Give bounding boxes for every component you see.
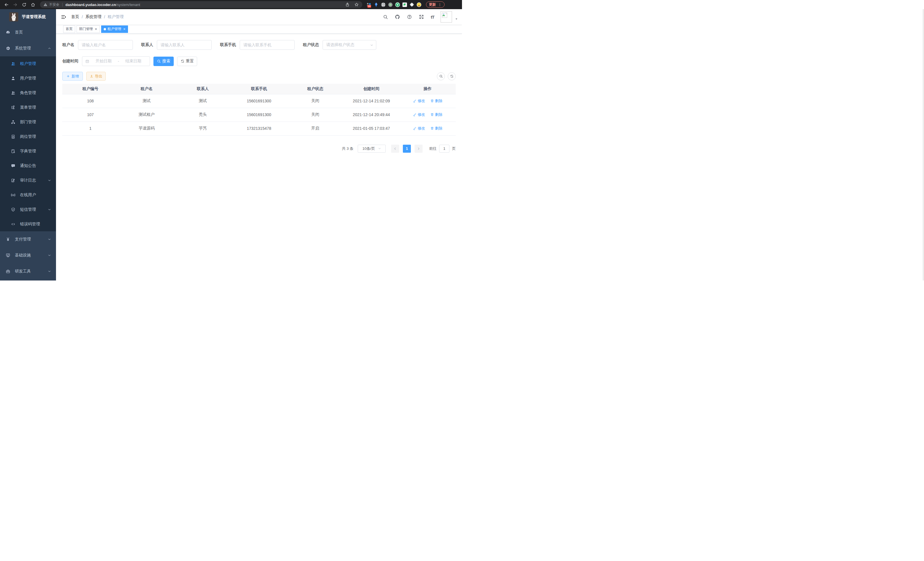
- contact-input[interactable]: [157, 40, 212, 50]
- sidebar-item-audit-log[interactable]: 审计日志: [0, 173, 56, 188]
- tab-home[interactable]: 首页: [63, 26, 75, 33]
- cell-status: 关闭: [287, 108, 344, 122]
- sidebar-item-tenant-management[interactable]: 租户管理: [0, 56, 56, 71]
- sidebar-item-dept-management[interactable]: 部门管理: [0, 115, 56, 129]
- page-size-select[interactable]: 10条/页: [358, 145, 386, 153]
- tab-dept-management[interactable]: 部门管理×: [76, 26, 100, 33]
- tab-tenant-management[interactable]: 租户管理×: [101, 26, 128, 33]
- start-date-placeholder: 开始日期: [90, 59, 117, 64]
- chrome-update-label: 更新: [429, 2, 436, 7]
- url-text[interactable]: dashboard.yudao.iocoder.cn/system/tenant: [65, 3, 140, 7]
- phone-input[interactable]: [240, 40, 295, 50]
- status-label: 租户状态: [303, 42, 319, 47]
- sidebar-item-label: 研发工具: [15, 269, 31, 274]
- sidebar-item-label: 系统管理: [15, 46, 31, 51]
- page-number-1[interactable]: 1: [403, 145, 411, 153]
- toggle-search-button[interactable]: [437, 72, 445, 80]
- extension-kite-icon[interactable]: [374, 2, 379, 7]
- cell-created: 2021-01-05 17:03:47: [344, 122, 400, 135]
- extension-record-icon[interactable]: [388, 2, 393, 7]
- edit-link[interactable]: 修改: [413, 112, 425, 117]
- github-icon[interactable]: [395, 14, 400, 20]
- chrome-menu-dots-icon[interactable]: [438, 3, 442, 7]
- browser-home-icon[interactable]: [31, 2, 35, 7]
- tenant-name-input[interactable]: [78, 40, 133, 50]
- col-tenant-name: 租户名: [118, 84, 175, 94]
- sidebar-item-post-management[interactable]: 岗位管理: [0, 129, 56, 144]
- sidebar-item-infrastructure[interactable]: 基础设施: [0, 247, 56, 263]
- breadcrumb-system[interactable]: 系统管理: [86, 14, 101, 20]
- app-title: 芋道管理系统: [22, 14, 46, 20]
- sidebar-item-label: 字典管理: [20, 149, 36, 154]
- share-icon[interactable]: [345, 2, 350, 7]
- browser-forward-icon[interactable]: [13, 2, 18, 7]
- search-button-label: 搜索: [162, 59, 170, 64]
- delete-link[interactable]: 删除: [430, 98, 442, 104]
- broken-image-icon: [441, 12, 448, 18]
- font-size-icon[interactable]: tT: [431, 15, 434, 20]
- bookmark-star-icon[interactable]: [354, 2, 359, 7]
- fullscreen-icon[interactable]: [419, 14, 424, 20]
- sidebar-item-dict-management[interactable]: 字典管理: [0, 144, 56, 158]
- sidebar-item-role-management[interactable]: 角色管理: [0, 86, 56, 100]
- tenant-name-label: 租户名: [62, 42, 74, 47]
- tab-close-icon[interactable]: ×: [95, 27, 97, 31]
- sidebar-item-home[interactable]: 首页: [0, 24, 56, 40]
- security-warning-icon[interactable]: [44, 3, 47, 7]
- extension-chat-icon[interactable]: [402, 2, 407, 7]
- prev-page-button[interactable]: [391, 145, 399, 153]
- sidebar-collapse-icon[interactable]: [61, 14, 66, 20]
- sidebar-item-system-management[interactable]: 系统管理: [0, 40, 56, 56]
- cell-actions: 修改 删除: [399, 122, 456, 135]
- refresh-table-button[interactable]: [448, 72, 456, 80]
- search-button[interactable]: 搜索: [153, 57, 174, 66]
- sidebar-item-dev-tools[interactable]: 研发工具: [0, 263, 56, 279]
- help-icon[interactable]: [407, 14, 412, 20]
- header-search-icon[interactable]: [383, 14, 388, 20]
- export-button[interactable]: 导出: [86, 72, 106, 81]
- col-tenant-id: 租户编号: [62, 84, 118, 94]
- cell-tenant-id: 1: [62, 122, 118, 135]
- edit-link[interactable]: 修改: [413, 126, 425, 131]
- app-logo[interactable]: 芋道管理系统: [0, 9, 56, 24]
- contact-label: 联系人: [141, 42, 153, 47]
- col-actions: 操作: [399, 84, 456, 94]
- delete-link[interactable]: 删除: [430, 112, 442, 117]
- chrome-update-button[interactable]: 更新: [426, 2, 445, 8]
- breadcrumb: 首页 / 系统管理 / 租户管理: [71, 14, 124, 20]
- browser-back-icon[interactable]: [4, 2, 9, 7]
- edit-link[interactable]: 修改: [413, 98, 425, 104]
- extension-command-icon[interactable]: [381, 2, 386, 7]
- sidebar-item-notice[interactable]: 通知公告: [0, 158, 56, 173]
- trash-icon: [430, 113, 434, 116]
- reset-button[interactable]: 重置: [177, 57, 197, 66]
- user-avatar[interactable]: [441, 11, 452, 23]
- next-page-button[interactable]: [415, 145, 423, 153]
- sidebar-item-online-users[interactable]: 在线用户: [0, 188, 56, 202]
- add-button[interactable]: 新增: [62, 72, 83, 81]
- sidebar-item-label: 通知公告: [20, 163, 36, 168]
- sidebar-item-sms-management[interactable]: 短信管理: [0, 202, 56, 217]
- chevron-right-icon: [417, 147, 420, 150]
- browser-reload-icon[interactable]: [22, 2, 27, 7]
- create-time-range-picker[interactable]: 开始日期 - 结束日期: [82, 56, 150, 66]
- extensions-puzzle-icon[interactable]: [410, 2, 414, 7]
- tab-close-icon[interactable]: ×: [123, 27, 126, 31]
- extension-blocks-icon[interactable]: 10: [367, 2, 371, 7]
- profile-avatar-icon[interactable]: [417, 2, 422, 7]
- status-select[interactable]: 请选择租户状态: [322, 40, 376, 50]
- extension-y-icon[interactable]: [395, 2, 400, 7]
- sidebar-item-user-management[interactable]: 用户管理: [0, 71, 56, 86]
- chevron-up-icon: [48, 47, 51, 50]
- avatar-caret-icon[interactable]: [455, 17, 458, 21]
- delete-link[interactable]: 删除: [430, 126, 442, 131]
- table-row: 108 测试 测试 15601691300 关闭 2021-12-14 21:0…: [62, 94, 456, 108]
- sidebar-item-menu-management[interactable]: 菜单管理: [0, 100, 56, 115]
- sidebar-item-label: 用户管理: [20, 76, 36, 81]
- sidebar-item-error-code-management[interactable]: 错误码管理: [0, 217, 56, 231]
- refresh-icon: [450, 74, 454, 78]
- goto-page-input[interactable]: [439, 145, 449, 153]
- address-bar[interactable]: 不安全 dashboard.yudao.iocoder.cn/system/te…: [40, 1, 362, 8]
- breadcrumb-home[interactable]: 首页: [71, 14, 79, 20]
- sidebar-item-payment-management[interactable]: 支付管理: [0, 231, 56, 247]
